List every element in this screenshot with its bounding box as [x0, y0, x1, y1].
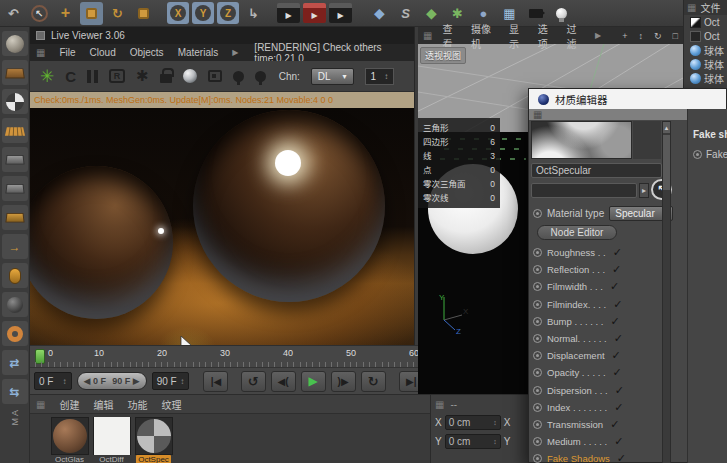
- check-icon[interactable]: ✓: [614, 435, 623, 448]
- pause-render-icon[interactable]: [87, 70, 98, 83]
- object-item[interactable]: 球体: [684, 57, 727, 71]
- previous-key-button[interactable]: ◀(: [271, 371, 296, 392]
- menu-objects[interactable]: Objects: [130, 47, 164, 58]
- radio-icon[interactable]: [533, 300, 542, 309]
- stepper-arrows-icon[interactable]: ↕: [493, 419, 497, 426]
- render-settings-gear-icon[interactable]: ✱: [136, 67, 149, 85]
- radio-icon[interactable]: [533, 420, 542, 429]
- property-row-roughness[interactable]: Roughness . .✓: [533, 244, 661, 261]
- property-row-bump[interactable]: Bump . . . . . .✓: [533, 313, 661, 330]
- grip-icon[interactable]: ▦: [36, 399, 45, 410]
- current-frame-field[interactable]: 0 F ↕: [34, 372, 72, 390]
- check-icon[interactable]: ✓: [615, 384, 624, 397]
- material-item-selected[interactable]: OctSpec: [134, 417, 173, 463]
- grip-icon[interactable]: ▦: [423, 30, 432, 41]
- render-view-icon[interactable]: ▶: [277, 3, 300, 23]
- property-row-medium[interactable]: Medium . . . . .✓: [533, 433, 661, 450]
- zoom-view-icon[interactable]: ↕: [639, 31, 644, 41]
- axis-x-button[interactable]: X: [167, 2, 189, 24]
- select-tool-icon[interactable]: ↖: [28, 2, 51, 25]
- radio-icon[interactable]: [533, 282, 542, 291]
- end-frame-field[interactable]: 90 F ↕: [152, 372, 190, 390]
- scale-tool-icon[interactable]: [80, 2, 103, 25]
- axis-toggle-icon[interactable]: →: [2, 234, 28, 259]
- radio-icon[interactable]: [533, 386, 542, 395]
- play-button[interactable]: ▶: [301, 371, 326, 392]
- radio-icon[interactable]: [533, 248, 542, 257]
- restart-render-icon[interactable]: C: [65, 68, 76, 85]
- scroll-up-icon[interactable]: ▲: [663, 122, 670, 133]
- radio-icon[interactable]: [533, 437, 542, 446]
- stepper-arrows-icon[interactable]: ↕: [63, 377, 67, 386]
- menu-file-cn[interactable]: 文件: [700, 0, 720, 15]
- add-cube-icon[interactable]: ◆: [368, 2, 391, 25]
- samples-stepper[interactable]: 1 ↕: [365, 68, 395, 85]
- radio-icon[interactable]: [533, 454, 542, 463]
- property-row-transmission[interactable]: Transmission✓: [533, 416, 661, 433]
- property-row-displacement[interactable]: Displacement✓: [533, 347, 661, 364]
- channel-dropdown[interactable]: DL ▾: [311, 68, 354, 85]
- radio-icon[interactable]: [533, 351, 542, 360]
- point-mode-icon[interactable]: [2, 147, 28, 172]
- viewport-name-label[interactable]: 透视视图: [420, 47, 466, 64]
- pan-view-icon[interactable]: +: [622, 31, 627, 41]
- check-icon[interactable]: ✓: [612, 349, 621, 362]
- model-mode-icon[interactable]: [2, 60, 28, 85]
- texture-slot-field[interactable]: [531, 183, 637, 198]
- property-row-dispersion[interactable]: Dispersion . . .✓: [533, 382, 661, 399]
- object-item[interactable]: Oct: [684, 29, 727, 43]
- go-to-start-button[interactable]: |◀: [203, 371, 228, 392]
- menu-overflow-icon[interactable]: ▶: [232, 48, 238, 57]
- scrollbar-thumb[interactable]: [663, 135, 670, 190]
- check-icon[interactable]: ✓: [610, 418, 619, 431]
- menu-edit[interactable]: 编辑: [93, 397, 113, 412]
- menu-function[interactable]: 功能: [127, 397, 147, 412]
- check-icon[interactable]: ✓: [614, 401, 623, 414]
- stepper-arrows-icon[interactable]: ↕: [180, 377, 184, 386]
- last-tool-icon[interactable]: [132, 2, 155, 25]
- radio-icon[interactable]: [533, 334, 542, 343]
- octane-logo-icon[interactable]: ✳: [40, 66, 54, 87]
- check-icon[interactable]: ✓: [612, 263, 621, 276]
- radio-icon[interactable]: [533, 317, 542, 326]
- loop-button[interactable]: ↻: [361, 371, 386, 392]
- rotate-tool-icon[interactable]: ↻: [106, 2, 129, 25]
- channel-pane-item[interactable]: Fake: [693, 149, 727, 160]
- texture-expand-button[interactable]: ▸: [639, 183, 649, 198]
- play-backwards-button[interactable]: ↺: [241, 371, 266, 392]
- stepper-arrows-icon[interactable]: ↕: [493, 438, 497, 445]
- undo-icon[interactable]: ↶: [2, 2, 25, 25]
- node-editor-button[interactable]: Node Editor: [537, 225, 617, 240]
- material-mode-icon[interactable]: [2, 31, 28, 56]
- property-row-index[interactable]: Index . . . . . . .✓: [533, 399, 661, 416]
- move-tool-icon[interactable]: +: [54, 2, 77, 25]
- radio-icon[interactable]: [533, 265, 542, 274]
- x-position-field[interactable]: 0 cm ↕: [445, 415, 501, 430]
- property-row-normal[interactable]: Normal. . . . . .✓: [533, 330, 661, 347]
- region-render-icon[interactable]: R: [109, 69, 125, 83]
- menu-display[interactable]: 显示: [509, 21, 528, 51]
- material-preview-image[interactable]: [531, 121, 632, 159]
- workplane-icon[interactable]: ⇆: [2, 379, 28, 404]
- film-region-icon[interactable]: [208, 70, 222, 82]
- check-icon[interactable]: ✓: [617, 452, 626, 463]
- material-item[interactable]: OctGlas: [50, 417, 89, 463]
- render-picture-viewer-icon[interactable]: ▶: [303, 3, 326, 23]
- grip-icon[interactable]: ▦: [687, 2, 696, 13]
- lock-resolution-icon[interactable]: [160, 74, 172, 83]
- grip-icon[interactable]: ▦: [36, 47, 45, 58]
- menu-file[interactable]: File: [59, 47, 75, 58]
- y-position-field[interactable]: 0 cm ↕: [445, 434, 501, 449]
- check-icon[interactable]: ✓: [613, 298, 622, 311]
- snap-icon[interactable]: ⇄: [2, 350, 28, 375]
- radio-icon[interactable]: [533, 209, 542, 218]
- texture-mode-icon[interactable]: [2, 89, 28, 114]
- menu-filter[interactable]: 过滤: [566, 21, 585, 51]
- edge-mode-icon[interactable]: [2, 176, 28, 201]
- menu-overflow-icon[interactable]: ▶: [595, 31, 601, 40]
- material-name-field[interactable]: OctSpecular: [531, 163, 662, 178]
- property-row-filmwidth[interactable]: Filmwidth . . .✓: [533, 278, 661, 295]
- object-item[interactable]: Oct: [684, 15, 727, 29]
- spline-icon[interactable]: S: [394, 2, 417, 25]
- generator-icon[interactable]: ◆: [420, 2, 443, 25]
